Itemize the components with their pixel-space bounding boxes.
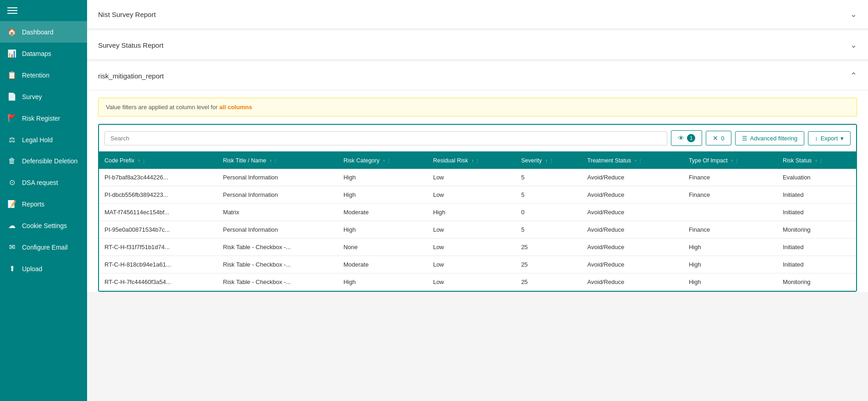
sidebar-label-risk-register: Risk Register xyxy=(22,115,60,122)
sidebar-item-reports[interactable]: 📝 Reports xyxy=(0,193,87,215)
col-header-severity[interactable]: Severity ↑ ⋮ xyxy=(516,152,582,169)
cell-row3-col6: Finance xyxy=(683,221,777,239)
cell-row4-col5: Avoid/Reduce xyxy=(582,239,683,256)
col-header-treatment-status[interactable]: Treatment Status ↑ ⋮ xyxy=(582,152,683,169)
sidebar-item-upload[interactable]: ⬆ Upload xyxy=(0,258,87,279)
cell-row5-col0: RT-C-H-818cb94e1a61... xyxy=(99,256,218,273)
sidebar-item-dashboard[interactable]: 🏠 Dashboard xyxy=(0,21,87,43)
col-sort-severity[interactable]: ↑ ⋮ xyxy=(545,158,554,163)
cell-row2-col1: Matrix xyxy=(218,204,338,221)
cell-row6-col3: Low xyxy=(428,273,516,291)
sidebar-icon-dashboard: 🏠 xyxy=(7,28,16,36)
cell-row0-col4: 5 xyxy=(516,169,582,186)
filter-count-badge: 1 xyxy=(687,134,695,142)
cell-row2-col2: Moderate xyxy=(338,204,427,221)
filter-banner-text: Value filters are applied at column leve… xyxy=(106,104,220,111)
col-sort-residual-risk[interactable]: ↑ ⋮ xyxy=(472,158,480,163)
sidebar-item-datamaps[interactable]: 📊 Datamaps xyxy=(0,43,87,64)
sidebar-item-defensible-deletion[interactable]: 🗑 Defensible Deletion xyxy=(0,150,87,172)
filter-banner: Value filters are applied at column leve… xyxy=(98,98,857,117)
sidebar-item-configure-email[interactable]: ✉ Configure Email xyxy=(0,236,87,258)
risk-mitigation-report-title: risk_mitigation_report xyxy=(98,72,164,80)
col-sort-treatment-status[interactable]: ↑ ⋮ xyxy=(634,158,643,163)
col-sort-risk-title[interactable]: ↑ ⋮ xyxy=(269,158,278,163)
cell-row6-col1: Risk Table - Checkbox -... xyxy=(218,273,338,291)
col-sort-type-of-impact[interactable]: ↑ ⋮ xyxy=(731,158,739,163)
cell-row0-col6: Finance xyxy=(683,169,777,186)
cell-row0-col2: High xyxy=(338,169,427,186)
cell-row3-col2: High xyxy=(338,221,427,239)
col-header-type-of-impact[interactable]: Type Of Impact ↑ ⋮ xyxy=(683,152,777,169)
clear-count-badge: 0 xyxy=(721,135,724,142)
col-header-risk-category[interactable]: Risk Category ↑ ⋮ xyxy=(338,152,427,169)
search-input[interactable] xyxy=(104,131,667,145)
sidebar-item-survey[interactable]: 📄 Survey xyxy=(0,86,87,107)
table-row: RT-C-H-f31f7f51b1d74...Risk Table - Chec… xyxy=(99,239,856,256)
risk-table: Code Prefix ↑ ⋮Risk Title / Name ↑ ⋮Risk… xyxy=(99,152,856,291)
main-content: Nist Survey Report ⌄ Survey Status Repor… xyxy=(87,0,868,401)
survey-status-report-section: Survey Status Report ⌄ xyxy=(87,31,868,60)
clear-filter-button[interactable]: ✕ 0 xyxy=(706,131,731,145)
col-sort-risk-category[interactable]: ↑ ⋮ xyxy=(383,158,391,163)
cell-row5-col1: Risk Table - Checkbox -... xyxy=(218,256,338,273)
cell-row3-col4: 5 xyxy=(516,221,582,239)
col-header-residual-risk[interactable]: Residual Risk ↑ ⋮ xyxy=(428,152,516,169)
filter-icon: 👁 xyxy=(678,134,684,142)
risk-mitigation-report-chevron: ⌃ xyxy=(850,71,857,81)
filter-button[interactable]: 👁 1 xyxy=(671,130,702,146)
sidebar-icon-retention: 📋 xyxy=(7,71,16,79)
cell-row0-col0: PI-b7baf8a23c444226... xyxy=(99,169,218,186)
cell-row5-col4: 25 xyxy=(516,256,582,273)
sidebar-item-retention[interactable]: 📋 Retention xyxy=(0,64,87,86)
export-label: Export xyxy=(820,135,838,142)
advanced-filtering-button[interactable]: ☰ Advanced filtering xyxy=(735,131,804,145)
cell-row0-col1: Personal Information xyxy=(218,169,338,186)
col-header-risk-status[interactable]: Risk Status ↑ ⋮ xyxy=(777,152,856,169)
cell-row5-col7: Initiated xyxy=(777,256,856,273)
sidebar-icon-dsa-request: ⊙ xyxy=(7,178,16,187)
table-scroll-wrapper[interactable]: Code Prefix ↑ ⋮Risk Title / Name ↑ ⋮Risk… xyxy=(99,152,856,291)
clear-filter-icon: ✕ xyxy=(713,134,718,142)
sidebar-label-dashboard: Dashboard xyxy=(22,28,54,36)
col-header-code-prefix[interactable]: Code Prefix ↑ ⋮ xyxy=(99,152,218,169)
sidebar-icon-defensible-deletion: 🗑 xyxy=(7,157,16,165)
sidebar-label-reports: Reports xyxy=(22,200,44,208)
sidebar-item-cookie-settings[interactable]: ☁ Cookie Settings xyxy=(0,215,87,236)
sidebar-item-dsa-request[interactable]: ⊙ DSA request xyxy=(0,172,87,193)
sidebar-label-defensible-deletion: Defensible Deletion xyxy=(22,157,77,165)
table-row: MAT-f7456114ec154bf...MatrixModerateHigh… xyxy=(99,204,856,221)
cell-row5-col6: High xyxy=(683,256,777,273)
cell-row1-col7: Initiated xyxy=(777,186,856,204)
sidebar-item-legal-hold[interactable]: ⚖ Legal Hold xyxy=(0,129,87,150)
cell-row2-col6 xyxy=(683,204,777,221)
sidebar-item-risk-register[interactable]: 🚩 Risk Register xyxy=(0,107,87,129)
col-sort-code-prefix[interactable]: ↑ ⋮ xyxy=(138,158,146,163)
cell-row6-col4: 25 xyxy=(516,273,582,291)
cell-row5-col3: Low xyxy=(428,256,516,273)
cell-row0-col7: Evaluation xyxy=(777,169,856,186)
table-row: PI-b7baf8a23c444226...Personal Informati… xyxy=(99,169,856,186)
risk-mitigation-report-header[interactable]: risk_mitigation_report ⌃ xyxy=(87,61,868,90)
cell-row3-col0: PI-95e0a00871534b7c... xyxy=(99,221,218,239)
sidebar-header xyxy=(0,0,87,21)
cell-row0-col3: Low xyxy=(428,169,516,186)
sidebar-label-configure-email: Configure Email xyxy=(22,244,68,251)
cell-row2-col4: 0 xyxy=(516,204,582,221)
cell-row2-col5: Avoid/Reduce xyxy=(582,204,683,221)
survey-status-report-chevron: ⌄ xyxy=(850,40,857,50)
export-button[interactable]: ↕ Export ▾ xyxy=(808,131,851,145)
table-row: RT-C-H-7fc44460f3a54...Risk Table - Chec… xyxy=(99,273,856,291)
sidebar-icon-risk-register: 🚩 xyxy=(7,114,16,123)
col-header-risk-title[interactable]: Risk Title / Name ↑ ⋮ xyxy=(218,152,338,169)
hamburger-menu[interactable] xyxy=(7,7,17,14)
sidebar-icon-reports: 📝 xyxy=(7,200,16,208)
risk-mitigation-report-section: risk_mitigation_report ⌃ Value filters a… xyxy=(87,61,868,292)
cell-row5-col2: Moderate xyxy=(338,256,427,273)
cell-row6-col6: High xyxy=(683,273,777,291)
export-icon: ↕ xyxy=(815,135,818,142)
survey-status-report-header[interactable]: Survey Status Report ⌄ xyxy=(87,31,868,60)
nist-report-header[interactable]: Nist Survey Report ⌄ xyxy=(87,0,868,29)
col-sort-risk-status[interactable]: ↑ ⋮ xyxy=(815,158,824,163)
nist-report-section: Nist Survey Report ⌄ xyxy=(87,0,868,29)
cell-row2-col0: MAT-f7456114ec154bf... xyxy=(99,204,218,221)
